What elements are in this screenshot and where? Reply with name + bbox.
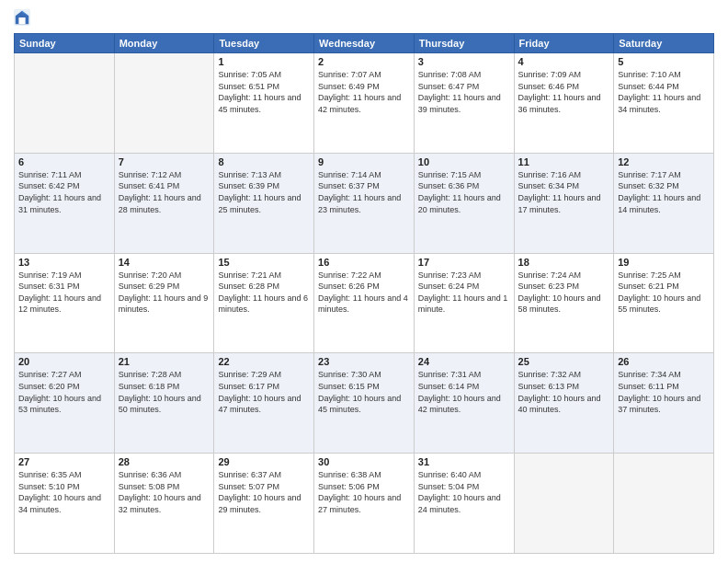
calendar-day-cell: 2Sunrise: 7:07 AMSunset: 6:49 PMDaylight… <box>314 53 415 154</box>
calendar-week-row: 27Sunrise: 6:35 AMSunset: 5:10 PMDayligh… <box>15 454 714 554</box>
day-detail: Sunrise: 6:35 AMSunset: 5:10 PMDaylight:… <box>18 469 110 515</box>
calendar-week-row: 20Sunrise: 7:27 AMSunset: 6:20 PMDayligh… <box>15 353 714 454</box>
day-detail: Sunrise: 7:20 AMSunset: 6:29 PMDaylight:… <box>119 270 210 316</box>
day-detail: Sunrise: 7:27 AMSunset: 6:20 PMDaylight:… <box>18 369 110 415</box>
calendar-day-cell: 18Sunrise: 7:24 AMSunset: 6:23 PMDayligh… <box>514 253 614 353</box>
calendar-day-cell: 22Sunrise: 7:29 AMSunset: 6:17 PMDayligh… <box>214 353 314 454</box>
day-number: 10 <box>418 156 510 167</box>
day-number: 28 <box>119 456 210 467</box>
calendar-day-cell <box>514 454 614 554</box>
calendar-day-cell: 29Sunrise: 6:37 AMSunset: 5:07 PMDayligh… <box>214 454 314 554</box>
day-detail: Sunrise: 7:30 AMSunset: 6:15 PMDaylight:… <box>318 369 410 415</box>
calendar-day-cell: 16Sunrise: 7:22 AMSunset: 6:26 PMDayligh… <box>314 253 415 353</box>
day-number: 19 <box>618 257 710 268</box>
day-number: 20 <box>18 356 110 367</box>
day-number: 11 <box>518 156 610 167</box>
calendar-header-row: SundayMondayTuesdayWednesdayThursdayFrid… <box>15 34 714 53</box>
day-number: 24 <box>418 356 510 367</box>
calendar-day-header: Sunday <box>15 34 115 53</box>
day-detail: Sunrise: 7:14 AMSunset: 6:37 PMDaylight:… <box>318 169 410 215</box>
header <box>14 9 714 26</box>
page: SundayMondayTuesdayWednesdayThursdayFrid… <box>0 0 728 563</box>
day-number: 30 <box>318 456 410 467</box>
calendar-day-cell: 20Sunrise: 7:27 AMSunset: 6:20 PMDayligh… <box>15 353 115 454</box>
day-number: 6 <box>18 156 110 167</box>
calendar-day-cell <box>114 53 214 154</box>
day-number: 31 <box>418 456 510 467</box>
calendar-day-cell: 21Sunrise: 7:28 AMSunset: 6:18 PMDayligh… <box>114 353 214 454</box>
calendar-day-cell: 4Sunrise: 7:09 AMSunset: 6:46 PMDaylight… <box>514 53 614 154</box>
day-detail: Sunrise: 7:09 AMSunset: 6:46 PMDaylight:… <box>518 69 610 115</box>
calendar-day-cell: 7Sunrise: 7:12 AMSunset: 6:41 PMDaylight… <box>114 153 214 253</box>
day-number: 17 <box>418 257 510 268</box>
calendar-day-cell: 31Sunrise: 6:40 AMSunset: 5:04 PMDayligh… <box>414 454 514 554</box>
day-detail: Sunrise: 7:34 AMSunset: 6:11 PMDaylight:… <box>618 369 710 415</box>
day-number: 3 <box>418 56 510 67</box>
day-number: 22 <box>218 356 310 367</box>
calendar-day-cell: 30Sunrise: 6:38 AMSunset: 5:06 PMDayligh… <box>314 454 415 554</box>
svg-rect-3 <box>18 17 25 24</box>
calendar-day-cell <box>15 53 115 154</box>
calendar-day-cell: 27Sunrise: 6:35 AMSunset: 5:10 PMDayligh… <box>15 454 115 554</box>
day-detail: Sunrise: 6:38 AMSunset: 5:06 PMDaylight:… <box>318 469 410 515</box>
day-number: 26 <box>618 356 710 367</box>
day-number: 12 <box>618 156 710 167</box>
day-number: 7 <box>119 156 210 167</box>
calendar-day-cell: 26Sunrise: 7:34 AMSunset: 6:11 PMDayligh… <box>614 353 714 454</box>
day-detail: Sunrise: 7:22 AMSunset: 6:26 PMDaylight:… <box>318 270 410 316</box>
day-detail: Sunrise: 7:13 AMSunset: 6:39 PMDaylight:… <box>218 169 310 215</box>
calendar-day-cell: 28Sunrise: 6:36 AMSunset: 5:08 PMDayligh… <box>114 454 214 554</box>
day-number: 25 <box>518 356 610 367</box>
calendar-week-row: 13Sunrise: 7:19 AMSunset: 6:31 PMDayligh… <box>15 253 714 353</box>
calendar-day-cell: 19Sunrise: 7:25 AMSunset: 6:21 PMDayligh… <box>614 253 714 353</box>
day-number: 4 <box>518 56 610 67</box>
day-detail: Sunrise: 7:17 AMSunset: 6:32 PMDaylight:… <box>618 169 710 215</box>
calendar-day-cell: 25Sunrise: 7:32 AMSunset: 6:13 PMDayligh… <box>514 353 614 454</box>
day-detail: Sunrise: 7:11 AMSunset: 6:42 PMDaylight:… <box>18 169 110 215</box>
calendar-day-header: Wednesday <box>314 34 415 53</box>
day-number: 21 <box>119 356 210 367</box>
calendar-day-cell: 11Sunrise: 7:16 AMSunset: 6:34 PMDayligh… <box>514 153 614 253</box>
calendar-day-header: Thursday <box>414 34 514 53</box>
day-detail: Sunrise: 7:29 AMSunset: 6:17 PMDaylight:… <box>218 369 310 415</box>
calendar-day-cell: 14Sunrise: 7:20 AMSunset: 6:29 PMDayligh… <box>114 253 214 353</box>
day-number: 5 <box>618 56 710 67</box>
day-number: 29 <box>218 456 310 467</box>
calendar-day-cell: 10Sunrise: 7:15 AMSunset: 6:36 PMDayligh… <box>414 153 514 253</box>
calendar-day-header: Monday <box>114 34 214 53</box>
day-detail: Sunrise: 7:21 AMSunset: 6:28 PMDaylight:… <box>218 270 310 316</box>
day-number: 1 <box>218 56 310 67</box>
day-detail: Sunrise: 6:36 AMSunset: 5:08 PMDaylight:… <box>119 469 210 515</box>
day-detail: Sunrise: 7:08 AMSunset: 6:47 PMDaylight:… <box>418 69 510 115</box>
calendar-week-row: 6Sunrise: 7:11 AMSunset: 6:42 PMDaylight… <box>15 153 714 253</box>
day-detail: Sunrise: 6:40 AMSunset: 5:04 PMDaylight:… <box>418 469 510 515</box>
day-detail: Sunrise: 7:05 AMSunset: 6:51 PMDaylight:… <box>218 69 310 115</box>
calendar-table: SundayMondayTuesdayWednesdayThursdayFrid… <box>14 33 714 554</box>
day-number: 14 <box>119 257 210 268</box>
day-detail: Sunrise: 7:28 AMSunset: 6:18 PMDaylight:… <box>119 369 210 415</box>
calendar-day-cell: 5Sunrise: 7:10 AMSunset: 6:44 PMDaylight… <box>614 53 714 154</box>
calendar-day-cell: 6Sunrise: 7:11 AMSunset: 6:42 PMDaylight… <box>15 153 115 253</box>
day-detail: Sunrise: 7:19 AMSunset: 6:31 PMDaylight:… <box>18 270 110 316</box>
calendar-day-cell: 15Sunrise: 7:21 AMSunset: 6:28 PMDayligh… <box>214 253 314 353</box>
day-number: 15 <box>218 257 310 268</box>
day-detail: Sunrise: 7:10 AMSunset: 6:44 PMDaylight:… <box>618 69 710 115</box>
calendar-day-cell: 13Sunrise: 7:19 AMSunset: 6:31 PMDayligh… <box>15 253 115 353</box>
day-detail: Sunrise: 7:24 AMSunset: 6:23 PMDaylight:… <box>518 270 610 316</box>
day-number: 18 <box>518 257 610 268</box>
calendar-day-header: Tuesday <box>214 34 314 53</box>
day-detail: Sunrise: 7:12 AMSunset: 6:41 PMDaylight:… <box>119 169 210 215</box>
day-detail: Sunrise: 7:15 AMSunset: 6:36 PMDaylight:… <box>418 169 510 215</box>
day-detail: Sunrise: 7:32 AMSunset: 6:13 PMDaylight:… <box>518 369 610 415</box>
day-detail: Sunrise: 7:31 AMSunset: 6:14 PMDaylight:… <box>418 369 510 415</box>
day-detail: Sunrise: 7:16 AMSunset: 6:34 PMDaylight:… <box>518 169 610 215</box>
day-number: 23 <box>318 356 410 367</box>
logo-icon <box>14 9 30 26</box>
calendar-day-cell: 8Sunrise: 7:13 AMSunset: 6:39 PMDaylight… <box>214 153 314 253</box>
calendar-day-header: Friday <box>514 34 614 53</box>
calendar-day-cell: 3Sunrise: 7:08 AMSunset: 6:47 PMDaylight… <box>414 53 514 154</box>
day-number: 16 <box>318 257 410 268</box>
day-detail: Sunrise: 6:37 AMSunset: 5:07 PMDaylight:… <box>218 469 310 515</box>
calendar-day-cell <box>614 454 714 554</box>
calendar-day-cell: 12Sunrise: 7:17 AMSunset: 6:32 PMDayligh… <box>614 153 714 253</box>
